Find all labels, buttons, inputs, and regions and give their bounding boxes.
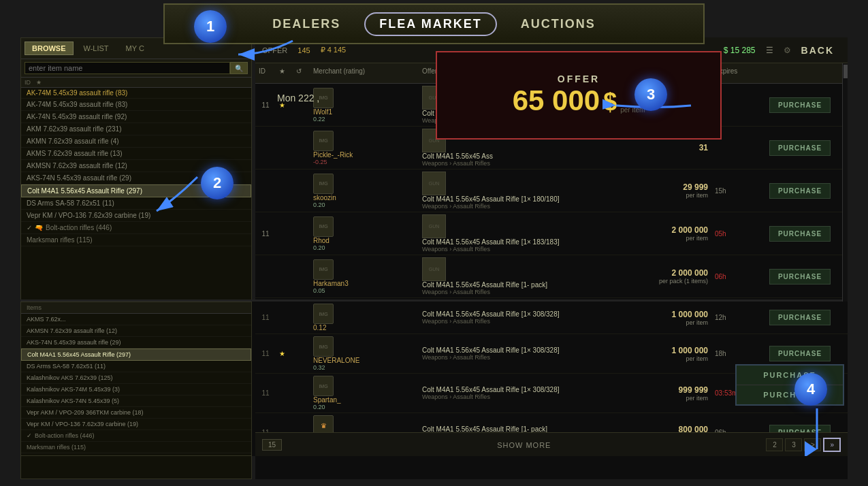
merchant-thumb: IMG [313, 131, 334, 151]
date-display: Mon 222 , [277, 93, 319, 103]
list-item[interactable]: Kalashnikov AKS 7.62x39 (125) [21, 372, 251, 384]
settings-icon[interactable]: ⚙ [784, 46, 791, 55]
col-action-header [766, 66, 834, 80]
merchant-name: Harkaman3 [313, 280, 415, 287]
list-item[interactable]: AKMN 7.62x39 assault rifle (4) [21, 135, 251, 148]
purchase-button-overlay-1[interactable]: PURCHASE [737, 366, 843, 385]
table-row: IMG skoozin 0.20 GUN Colt M4A1 5.56x45 A… [255, 169, 848, 212]
price-sub: per pack (1 items) [592, 278, 708, 285]
timer-cell-urgent: 05h [711, 228, 766, 240]
marksman-label: Marksman rifles (115) [27, 444, 86, 451]
crown-icon: ♛ [321, 422, 327, 430]
table-row: 11 IMG 0.12 Colt M4A1 5.56x45 Assault Ri… [255, 302, 848, 334]
merchant-thumb: IMG [313, 376, 334, 396]
page-2-button[interactable]: 2 [766, 438, 783, 451]
table-row: IMG Harkaman3 0.05 GUN Colt M4A1 5.56x45… [255, 255, 848, 298]
purchase-button[interactable]: PURCHASE [769, 346, 831, 361]
table-row: 11 IMG Rhod 0.20 GUN Colt M4A1 5.56x45 A… [255, 212, 848, 255]
list-item-selected[interactable]: Colt M4A1 5.56x45 Assault Rifle (297) [21, 349, 251, 361]
item-category: Weapons › Assault Rifles [422, 354, 585, 361]
list-item[interactable]: AKMSN 7.62x39 assault rifle (12) [21, 325, 251, 337]
merchant-thumb: IMG [313, 174, 334, 194]
bottom-instance: Items AKMS 7.62x... AKMSN 7.62x39 assaul… [20, 299, 848, 456]
price-value: 1 000 000 [592, 310, 708, 319]
purchase-button[interactable]: PURCHASE [769, 310, 831, 325]
purchase-button[interactable]: PURCHASE [769, 140, 831, 156]
offer-price: 65 000 [513, 84, 600, 117]
indicator-2: 2 [201, 167, 234, 199]
list-item[interactable]: Vepr KM / VPO-136 7.62x39 carbine (19) [21, 419, 251, 430]
timer-cell [711, 146, 766, 150]
list-item[interactable]: AKMS 7.62x39 assault rifle (13) [21, 148, 251, 160]
purchase-overlay: PURCHASE PURCHASE [735, 364, 844, 406]
auctions-tab[interactable]: AUCTIONS [511, 14, 606, 35]
bottom-left-panel: Items AKMS 7.62x... AKMSN 7.62x39 assaul… [20, 302, 252, 456]
scrollbar[interactable] [842, 63, 848, 302]
show-more-button[interactable]: SHOW MORE [497, 441, 551, 449]
list-item[interactable]: AKS-74N 5.45x39 assault rifle (29) [21, 337, 251, 349]
bottom-bar: 15 SHOW MORE 2 3 > » [255, 432, 848, 456]
item-thumb: GUN [422, 172, 446, 195]
purchase-button[interactable]: PURCHASE [769, 183, 831, 199]
list-item[interactable]: DS Arms SA-58 7.62x51 (11) [21, 361, 251, 372]
purchase-button[interactable]: PURCHASE [769, 97, 831, 113]
star-icon[interactable]: ★ [279, 350, 285, 357]
category-bolt-action[interactable]: ✓ 🔫 Bolt-action rifles (446) [21, 222, 251, 234]
merchant-rating: 0.20 [313, 404, 415, 410]
timer-cell-urgent: 06h [711, 271, 766, 282]
list-item[interactable]: Kalashnikov AKS-74M 5.45x39 (3) [21, 384, 251, 395]
list-item[interactable]: AKM 7.62x39 assault rifle (231) [21, 123, 251, 135]
item-category: Weapons › Assault Rifles [422, 160, 585, 167]
item-category: Weapons › Assault Rifles [422, 289, 585, 295]
price-sub: per item [592, 235, 708, 242]
browse-tab[interactable]: BROWSE [25, 42, 74, 55]
search-button[interactable]: 🔍 [230, 62, 248, 74]
back-button[interactable]: BACK [801, 45, 834, 56]
arrow-4 [800, 402, 834, 456]
item-header-row: AK-74M 5.45x39 assault rifle (83) [21, 88, 251, 99]
merchant-rating: 0.05 [313, 287, 415, 294]
list-item[interactable]: Kalashnikov AKS-74N 5.45x39 (5) [21, 395, 251, 407]
price-sub: per item [592, 355, 708, 362]
item-name: Colt M4A1 5.56x45 Assault Rifle [1× 308/… [422, 346, 585, 354]
list-item[interactable]: AKMS 7.62x... [21, 314, 251, 325]
item-thumb: GUN [422, 257, 446, 281]
item-name: Colt M4A1 5.56x45 Assault Rifle [1× 308/… [422, 386, 585, 393]
item-name: Colt M4A1 5.56x45 Assault Rifle [1× 183/… [422, 238, 585, 246]
marksman-category-label: Marksman rifles (115) [27, 236, 93, 244]
item-name: Colt M4A1 5.56x45 Ass [422, 152, 585, 160]
category-marksman[interactable]: Marksman rifles (115) [21, 234, 251, 246]
merchant-name: Spartan_ [313, 396, 415, 404]
flea-market-tab[interactable]: FLEA MARKET [364, 12, 496, 36]
item-name: Colt M4A1 5.56x45 Assault Rifle [1× 180/… [422, 195, 585, 203]
purchase-button[interactable]: PURCHASE [769, 226, 831, 242]
merchant-thumb: IMG [313, 336, 334, 357]
col-id-header: ID [255, 66, 276, 80]
search-input[interactable] [25, 62, 230, 74]
item-category: Weapons › Assault Rifles [422, 318, 585, 325]
indicator-1: 1 [194, 10, 227, 43]
list-item[interactable]: AK-74M 5.45x39 assault rifle (83) [21, 99, 251, 111]
show-more-container: SHOW MORE [497, 438, 551, 451]
category-marksman-bottom[interactable]: Marksman rifles (115) [21, 442, 251, 453]
purchase-button[interactable]: PURCHASE [769, 269, 831, 285]
list-item[interactable]: Vepr AKM / VPO-209 366TKM carbine (18) [21, 407, 251, 419]
header-total: ₽ 4 145 [321, 46, 347, 54]
menu-icon[interactable]: ☰ [766, 46, 773, 55]
row-id-2 [255, 146, 276, 150]
merchant-rating: 0.22 [313, 116, 415, 123]
category-bolt-action-bottom[interactable]: ✓ Bolt-action rifles (446) [21, 430, 251, 442]
row-id: 11 [255, 312, 276, 323]
balance-display: $ 15 285 [724, 46, 756, 55]
price-value: 2 000 000 [592, 268, 708, 278]
check-icon: ✓ [27, 432, 32, 439]
list-item[interactable]: AK-74N 5.45x39 assault rifle (92) [21, 111, 251, 123]
item-name: Colt M4A1 5.56x45 Assault Rifle [1× 308/… [422, 310, 585, 318]
my-tab[interactable]: MY C [119, 42, 151, 55]
per-page-button[interactable]: 15 [262, 439, 282, 451]
item-name: Colt M4A1 5.56x45 Assault Rifle [1- pack… [422, 281, 585, 289]
wlist-tab[interactable]: W-LIST [77, 42, 116, 55]
scroll-thumb [843, 65, 848, 78]
indicator-4: 4 [794, 373, 827, 406]
offer-overlay-label: OFFER [558, 74, 600, 84]
